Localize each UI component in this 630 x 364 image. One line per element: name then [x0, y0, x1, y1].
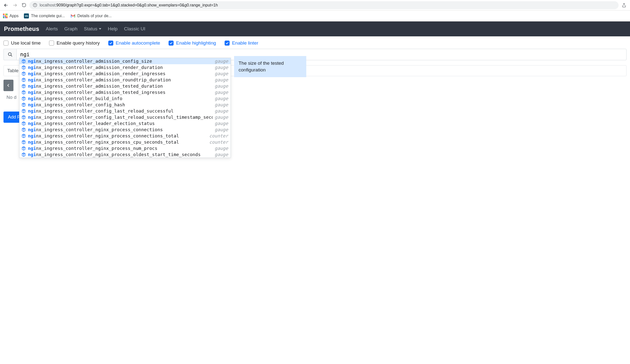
- bookmarks-bar: Apps tds The complete gui... Details of …: [0, 10, 630, 22]
- browser-toolbar: localhost:9090/graph?g0.expr=&g0.tab=1&g…: [0, 0, 630, 10]
- checkbox-query-history[interactable]: Enable query history: [49, 40, 100, 46]
- autocomplete-item-name: nginx_ingress_controller_config_last_rel…: [28, 114, 213, 120]
- metric-cube-icon: [22, 78, 26, 82]
- nav-status[interactable]: Status: [84, 26, 101, 32]
- autocomplete-item-type: gauge: [215, 77, 228, 82]
- metric-cube-icon: [22, 84, 26, 88]
- autocomplete-item-type: gauge: [215, 102, 228, 107]
- apps-label: Apps: [10, 14, 18, 18]
- checkbox-linter[interactable]: Enable linter: [224, 40, 258, 46]
- metric-help-tooltip: The size of the tested configuration: [234, 56, 306, 77]
- nav-status-label: Status: [84, 26, 97, 32]
- checkbox-autocomplete[interactable]: Enable autocomplete: [108, 40, 160, 46]
- forward-button[interactable]: [12, 2, 18, 9]
- metric-cube-icon: [22, 59, 26, 64]
- apps-shortcut[interactable]: Apps: [3, 14, 18, 18]
- autocomplete-item-name: nginx_ingress_controller_leader_election…: [28, 121, 213, 123]
- search-icon: [8, 52, 13, 57]
- bookmark-tds[interactable]: tds The complete gui...: [24, 14, 65, 18]
- autocomplete-item-name: nginx_ingress_controller_admission_confi…: [28, 58, 213, 64]
- autocomplete-item[interactable]: nginx_ingress_controller_config_last_rel…: [20, 114, 230, 120]
- gmail-icon: [70, 14, 76, 18]
- autocomplete-dropdown: nginx_ingress_controller_admission_confi…: [19, 58, 231, 123]
- bookmark-gmail[interactable]: Details of your de...: [70, 14, 112, 18]
- checkbox-label: Enable linter: [232, 40, 258, 46]
- autocomplete-item-name: nginx_ingress_controller_admission_teste…: [28, 90, 213, 95]
- nav-alerts[interactable]: Alerts: [46, 26, 58, 32]
- checkbox-box-icon: [168, 40, 174, 46]
- checkbox-box-icon: [4, 40, 8, 46]
- metric-cube-icon: [22, 90, 26, 94]
- share-icon: [622, 3, 626, 8]
- checkbox-box-icon: [108, 40, 113, 46]
- autocomplete-item[interactable]: nginx_ingress_controller_admission_rende…: [20, 70, 230, 77]
- autocomplete-item-name: nginx_ingress_controller_admission_teste…: [28, 84, 213, 89]
- autocomplete-item-name: nginx_ingress_controller_config_hash: [28, 102, 213, 107]
- bookmark-gmail-label: Details of your de...: [78, 14, 112, 18]
- reload-button[interactable]: [20, 2, 28, 9]
- checkbox-label: Enable query history: [56, 40, 100, 46]
- metric-cube-icon: [22, 121, 26, 123]
- autocomplete-item-type: gauge: [215, 65, 228, 70]
- metrics-explorer-button[interactable]: [4, 49, 16, 60]
- autocomplete-item-name: nginx_ingress_controller_build_info: [28, 96, 213, 101]
- metric-cube-icon: [22, 115, 26, 120]
- metric-cube-icon: [22, 72, 26, 76]
- autocomplete-item-type: gauge: [215, 84, 228, 89]
- autocomplete-item-type: gauge: [215, 121, 228, 123]
- url-text: localhost:9090/graph?g0.expr=&g0.tab=1&g…: [40, 3, 218, 8]
- checkbox-box-icon: [224, 40, 230, 46]
- autocomplete-item[interactable]: nginx_ingress_controller_admission_round…: [20, 77, 230, 83]
- prometheus-navbar: Prometheus Alerts Graph Status Help Clas…: [0, 22, 630, 36]
- back-button[interactable]: [2, 2, 10, 9]
- checkbox-local-time[interactable]: Use local time: [4, 40, 40, 46]
- autocomplete-item[interactable]: nginx_ingress_controller_admission_confi…: [20, 58, 230, 64]
- metric-cube-icon: [22, 65, 26, 70]
- checkbox-box-icon: [49, 40, 54, 46]
- autocomplete-item-type: gauge: [215, 114, 228, 120]
- apps-grid-icon: [3, 14, 8, 18]
- query-options-row: Use local time Enable query history Enab…: [0, 36, 630, 49]
- svg-point-6: [8, 53, 11, 56]
- svg-line-7: [11, 55, 12, 56]
- url-bar[interactable]: localhost:9090/graph?g0.expr=&g0.tab=1&g…: [30, 1, 618, 9]
- autocomplete-item[interactable]: nginx_ingress_controller_config_last_rel…: [20, 108, 230, 114]
- arrow-left-icon: [4, 3, 8, 8]
- nav-graph[interactable]: Graph: [64, 26, 78, 32]
- share-button[interactable]: [620, 2, 628, 9]
- autocomplete-item-type: gauge: [215, 108, 228, 114]
- checkbox-highlighting[interactable]: Enable highlighting: [168, 40, 216, 46]
- autocomplete-item-type: gauge: [215, 58, 228, 64]
- autocomplete-item[interactable]: nginx_ingress_controller_admission_teste…: [20, 83, 230, 89]
- arrow-right-icon: [12, 3, 18, 8]
- autocomplete-item-type: gauge: [215, 90, 228, 95]
- chevron-down-icon: [99, 28, 101, 30]
- brand-logo[interactable]: Prometheus: [4, 26, 39, 32]
- autocomplete-item-name: nginx_ingress_controller_config_last_rel…: [28, 108, 213, 114]
- autocomplete-item-name: nginx_ingress_controller_admission_rende…: [28, 65, 213, 70]
- nav-classic-ui[interactable]: Classic UI: [124, 26, 146, 32]
- autocomplete-item-type: gauge: [215, 96, 228, 101]
- prev-time-button[interactable]: [4, 80, 14, 91]
- autocomplete-item[interactable]: nginx_ingress_controller_config_hashgaug…: [20, 102, 230, 108]
- checkbox-label: Enable highlighting: [176, 40, 216, 46]
- svg-point-4: [35, 4, 35, 4]
- autocomplete-item[interactable]: nginx_ingress_controller_build_infogauge: [20, 95, 230, 102]
- checkbox-label: Use local time: [11, 40, 40, 46]
- tab-table[interactable]: Table: [7, 68, 18, 73]
- metric-cube-icon: [22, 109, 26, 113]
- checkbox-label: Enable autocomplete: [116, 40, 160, 46]
- autocomplete-item[interactable]: nginx_ingress_controller_admission_teste…: [20, 89, 230, 95]
- metric-cube-icon: [22, 102, 26, 107]
- chevron-left-icon: [6, 84, 10, 88]
- autocomplete-item-name: nginx_ingress_controller_admission_rende…: [28, 71, 213, 76]
- nav-help[interactable]: Help: [108, 26, 118, 32]
- metric-cube-icon: [22, 96, 26, 101]
- bookmark-tds-label: The complete gui...: [31, 14, 65, 18]
- autocomplete-item[interactable]: nginx_ingress_controller_admission_rende…: [20, 64, 230, 70]
- info-icon: [33, 3, 37, 7]
- autocomplete-item[interactable]: nginx_ingress_controller_leader_election…: [20, 120, 230, 123]
- reload-icon: [22, 3, 26, 8]
- autocomplete-item-name: nginx_ingress_controller_admission_round…: [28, 77, 213, 82]
- autocomplete-item-type: gauge: [215, 71, 228, 76]
